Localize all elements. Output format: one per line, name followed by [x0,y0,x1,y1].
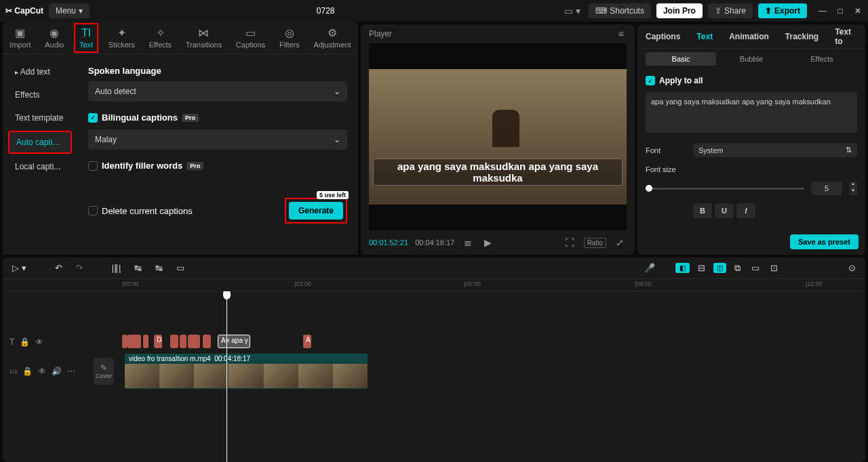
sidebar-item[interactable]: Text template [8,108,72,128]
redo-icon[interactable]: ↷ [73,261,86,274]
delete-captions-checkbox[interactable] [88,206,98,215]
lock-icon[interactable]: 🔒 [20,337,30,347]
caption-overlay[interactable]: apa yang saya maksudkan apa yang saya ma… [373,159,623,186]
inspector-tab-text to[interactable]: Text to [827,27,865,46]
tl-chip-2[interactable]: ◫ [713,263,726,273]
caption-clip[interactable] [143,335,149,348]
mute-icon[interactable]: 🔊 [52,366,62,376]
player-menu-icon[interactable]: ≡ [616,27,627,41]
list-icon[interactable]: ≣ [461,236,475,249]
font-select[interactable]: System⇅ [693,143,857,157]
split-right-icon[interactable]: ↹ [153,261,165,274]
filler-checkbox[interactable] [88,161,98,171]
caption-clip[interactable] [122,335,127,348]
play-icon[interactable]: ▶ [481,236,494,249]
filler-label: Identify filler words [102,161,182,171]
caption-clip[interactable]: A [303,335,311,348]
tl-snap-icon[interactable]: ⧉ [732,261,743,275]
tl-align-icon[interactable]: ⊟ [695,261,708,274]
subtab-effects[interactable]: Effects [787,52,857,66]
underline-button[interactable]: U [715,203,734,218]
caption-clip[interactable]: A≡ apa y [218,335,250,348]
minimize-icon[interactable]: — [818,6,827,16]
tab-text[interactable]: TIText [74,23,98,53]
playhead[interactable] [226,291,227,462]
generate-button[interactable]: Generate [289,202,343,219]
pro-badge: Pro [186,162,203,170]
export-button[interactable]: ⬆ Export [758,3,807,18]
text-track-icon: T [9,337,14,347]
tab-transitions[interactable]: ⋈Transitions [182,24,226,51]
timeline-tracks: T 🔒 👁 DeA≡ apa yA ▭ 🔒 👁 🔊 ⋯ ✎ Cover [3,291,865,462]
eye-icon[interactable]: 👁 [35,337,43,347]
save-preset-button[interactable]: Save as preset [790,234,859,249]
fontsize-slider[interactable] [646,188,804,190]
caption-text-input[interactable] [646,92,857,133]
titlebar-right: ▭ ▾ ⌨ Shortcuts Join Pro ⇪ Share ⬆ Expor… [561,3,863,18]
tab-filters[interactable]: ◎Filters [275,24,304,51]
delete-icon[interactable]: ▭ [174,261,187,274]
tab-audio[interactable]: ◉Audio [41,24,68,51]
player-title: Player [369,29,392,39]
sidebar-item[interactable]: Auto captio... [8,131,72,154]
bilingual-checkbox[interactable]: ✓ [88,113,98,123]
uses-left-badge: 5 use left [317,191,349,199]
more-icon[interactable]: ⋯ [67,366,75,376]
tl-chip-1[interactable]: ◧ [675,263,690,273]
tab-stickers[interactable]: ✦Stickers [104,24,139,51]
caption-clip[interactable] [203,335,211,348]
sidebar-item[interactable]: Local capti... [8,156,72,177]
bilingual-language-select[interactable]: Malay⌄ [88,129,347,150]
caption-clip[interactable] [127,335,141,348]
apply-all-checkbox[interactable]: ✓ [646,76,655,85]
mic-icon[interactable]: 🎤 [642,261,658,274]
menu-button[interactable]: Menu ▾ [49,3,90,18]
inspector-tab-tracking[interactable]: Tracking [777,32,827,41]
bold-button[interactable]: B [693,203,712,218]
tl-cut-icon[interactable]: ▭ [749,261,762,274]
tab-adjustment[interactable]: ⚙Adjustment [310,24,355,51]
inspector-tab-text[interactable]: Text [688,32,721,41]
maximize-icon[interactable]: □ [835,6,845,16]
caption-clip[interactable] [180,335,186,348]
lock-icon[interactable]: 🔒 [22,366,33,376]
video-clip[interactable]: video fro transaltion m.mp4 00:04:18:17 [125,354,368,389]
caption-clip[interactable] [188,335,200,348]
ratio-button[interactable]: Ratio [584,238,606,248]
fullscreen-icon[interactable]: ⤢ [613,236,627,249]
split-icon[interactable]: |‖| [109,261,124,274]
video-track: ▭ 🔒 👁 🔊 ⋯ ✎ Cover video fro transaltion … [3,352,865,390]
sidebar-item[interactable]: Effects [8,85,72,105]
total-time: 00:04:18:17 [415,238,454,247]
inspector-tab-captions[interactable]: Captions [637,32,688,41]
caption-clip[interactable] [170,335,178,348]
tl-extra-icon[interactable]: ⊡ [768,261,781,274]
join-pro-button[interactable]: Join Pro [656,3,703,18]
text-track: T 🔒 👁 DeA≡ apa yA [3,332,865,352]
eye-icon[interactable]: 👁 [38,366,46,376]
tab-captions[interactable]: ▭Captions [232,24,269,51]
shortcuts-button[interactable]: ⌨ Shortcuts [589,3,651,18]
undo-icon[interactable]: ↶ [52,261,65,274]
zoom-icon[interactable]: ⊙ [846,261,859,274]
subtab-basic[interactable]: Basic [646,52,716,66]
spoken-language-select[interactable]: Auto detect⌄ [88,81,347,102]
layout-icon[interactable]: ▭ ▾ [561,4,583,18]
timeline-ruler[interactable]: |00:00|03:00|06:00|09:00|12:00 [3,279,865,291]
player-viewport[interactable]: apa yang saya maksudkan apa yang saya ma… [369,43,627,230]
split-left-icon[interactable]: ↹ [132,261,144,274]
close-icon[interactable]: ✕ [853,6,863,16]
fontsize-input[interactable] [811,182,842,195]
fontsize-stepper[interactable]: ▲▼ [849,182,857,195]
sidebar-item[interactable]: Add text [8,62,72,82]
inspector-tab-animation[interactable]: Animation [721,32,777,41]
subtab-bubble[interactable]: Bubble [716,52,787,66]
caption-clip[interactable]: De [154,335,162,348]
scan-icon[interactable]: ⛶ [562,236,577,249]
share-button[interactable]: ⇪ Share [708,3,753,18]
tab-import[interactable]: ▣Import [5,24,35,51]
video-track-icon: ▭ [9,366,17,376]
tab-effects[interactable]: ✧Effects [145,24,176,51]
pointer-tool[interactable]: ▷ ▾ [9,261,29,274]
italic-button[interactable]: I [736,203,755,218]
